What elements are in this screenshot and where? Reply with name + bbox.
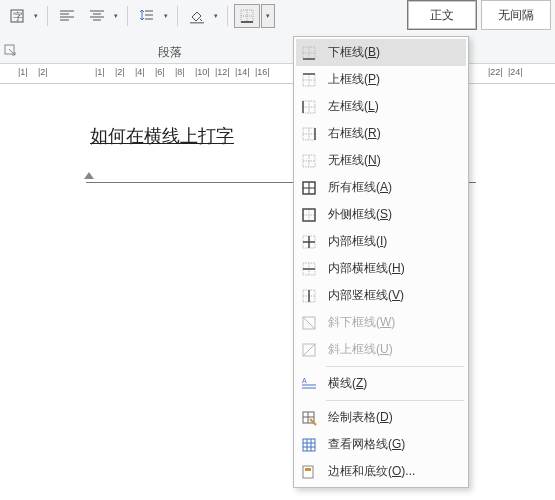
- menu-item-horizontal-line[interactable]: A横线(Z): [296, 370, 466, 397]
- menu-item-border[interactable]: 外侧框线(S): [296, 201, 466, 228]
- border-icon: [300, 98, 318, 116]
- menu-item-label: 右框线(R): [328, 125, 381, 142]
- ruler-mark: |1|: [95, 67, 105, 77]
- separator: [127, 6, 128, 26]
- align-left-button[interactable]: [54, 4, 80, 28]
- menu-item-label: 下框线(B): [328, 44, 380, 61]
- menu-item-label: 绘制表格(D): [328, 409, 393, 426]
- svg-line-62: [303, 317, 315, 329]
- menu-separator: [326, 366, 464, 367]
- menu-item-draw-table[interactable]: 绘制表格(D): [296, 404, 466, 431]
- style-no-spacing[interactable]: 无间隔: [481, 0, 551, 30]
- svg-text:字: 字: [13, 11, 23, 22]
- ruler-mark: |14|: [235, 67, 250, 77]
- menu-item-border[interactable]: 无框线(N): [296, 147, 466, 174]
- svg-rect-71: [303, 439, 315, 451]
- menu-item-label: 内部竖框线(V): [328, 287, 404, 304]
- asian-layout-dropdown[interactable]: ▾: [31, 4, 41, 28]
- svg-rect-13: [190, 22, 204, 24]
- menu-item-border[interactable]: 左框线(L): [296, 93, 466, 120]
- document-text: 如何在横线上打字: [90, 126, 234, 146]
- menu-item-label: 斜上框线(U): [328, 341, 393, 358]
- menu-item-border[interactable]: 右框线(R): [296, 120, 466, 147]
- menu-item-label: 内部框线(I): [328, 233, 387, 250]
- ribbon-group-label: 段落: [158, 44, 182, 61]
- borders-button[interactable]: [234, 4, 260, 28]
- menu-item-label: 内部横框线(H): [328, 260, 405, 277]
- menu-item-border[interactable]: 内部框线(I): [296, 228, 466, 255]
- menu-item-border[interactable]: 内部竖框线(V): [296, 282, 466, 309]
- menu-item-border: 斜上框线(U): [296, 336, 466, 363]
- border-icon: [300, 314, 318, 332]
- ruler-mark: |10|: [195, 67, 210, 77]
- menu-item-borders-shading-icon: [300, 463, 318, 481]
- border-icon: [300, 152, 318, 170]
- ribbon: 字 ▾ ▾ ▾ ▾ ▾ 正文 无间隔 段落: [0, 0, 555, 64]
- menu-item-border[interactable]: 下框线(B): [296, 39, 466, 66]
- menu-item-label: 查看网格线(G): [328, 436, 405, 453]
- borders-dropdown[interactable]: ▾: [261, 4, 275, 28]
- menu-item-label: 所有框线(A): [328, 179, 392, 196]
- shading-button[interactable]: [184, 4, 210, 28]
- indent-marker-icon[interactable]: [84, 172, 94, 179]
- menu-item-label: 边框和底纹(O)...: [328, 463, 415, 480]
- menu-item-border[interactable]: 上框线(P): [296, 66, 466, 93]
- ruler-mark: |6|: [155, 67, 165, 77]
- ruler-mark: |2|: [115, 67, 125, 77]
- asian-layout-button[interactable]: 字: [4, 4, 30, 28]
- align-dropdown[interactable]: ▾: [111, 4, 121, 28]
- style-normal[interactable]: 正文: [407, 0, 477, 30]
- border-icon: [300, 233, 318, 251]
- shading-dropdown[interactable]: ▾: [211, 4, 221, 28]
- document-area[interactable]: 如何在横线上打字: [0, 84, 555, 500]
- menu-separator: [326, 400, 464, 401]
- menu-item-label: 无框线(N): [328, 152, 381, 169]
- ruler[interactable]: |1||2||1||2||4||6||8||10||12||14||16||22…: [0, 64, 555, 84]
- menu-item-border[interactable]: 内部横框线(H): [296, 255, 466, 282]
- ruler-mark: |24|: [508, 67, 523, 77]
- separator: [177, 6, 178, 26]
- border-icon: [300, 44, 318, 62]
- ruler-mark: |8|: [175, 67, 185, 77]
- ruler-mark: |16|: [255, 67, 270, 77]
- borders-menu: 下框线(B)上框线(P)左框线(L)右框线(R)无框线(N)所有框线(A)外侧框…: [293, 36, 469, 488]
- ruler-mark: |1|: [18, 67, 28, 77]
- paragraph-toolbar: 字 ▾ ▾ ▾ ▾ ▾ 正文 无间隔: [0, 0, 555, 28]
- menu-item-draw-table-icon: [300, 409, 318, 427]
- border-icon: [300, 125, 318, 143]
- ruler-mark: |2|: [38, 67, 48, 77]
- styles-gallery: 正文 无间隔: [407, 0, 551, 30]
- separator: [227, 6, 228, 26]
- menu-item-label: 上框线(P): [328, 71, 380, 88]
- line-spacing-dropdown[interactable]: ▾: [161, 4, 171, 28]
- line-spacing-button[interactable]: [134, 4, 160, 28]
- menu-item-view-gridlines[interactable]: 查看网格线(G): [296, 431, 466, 458]
- menu-item-label: 左框线(L): [328, 98, 379, 115]
- border-icon: [300, 287, 318, 305]
- border-icon: [300, 341, 318, 359]
- ruler-mark: |12|: [215, 67, 230, 77]
- menu-item-borders-shading[interactable]: 边框和底纹(O)...: [296, 458, 466, 485]
- align-center-button[interactable]: [84, 4, 110, 28]
- menu-item-border[interactable]: 所有框线(A): [296, 174, 466, 201]
- menu-item-label: 斜下框线(W): [328, 314, 395, 331]
- svg-rect-77: [305, 468, 311, 471]
- separator: [47, 6, 48, 26]
- border-icon: [300, 179, 318, 197]
- menu-item-label: 横线(Z): [328, 375, 367, 392]
- border-icon: [300, 260, 318, 278]
- border-icon: [300, 71, 318, 89]
- menu-item-horizontal-line-icon: A: [300, 375, 318, 393]
- svg-rect-76: [303, 466, 313, 478]
- dialog-launcher-icon[interactable]: [4, 44, 18, 61]
- ruler-mark: |4|: [135, 67, 145, 77]
- border-icon: [300, 206, 318, 224]
- svg-text:A: A: [302, 377, 307, 384]
- ruler-mark: |22|: [488, 67, 503, 77]
- menu-item-label: 外侧框线(S): [328, 206, 392, 223]
- svg-line-64: [303, 344, 315, 356]
- menu-item-border: 斜下框线(W): [296, 309, 466, 336]
- menu-item-view-gridlines-icon: [300, 436, 318, 454]
